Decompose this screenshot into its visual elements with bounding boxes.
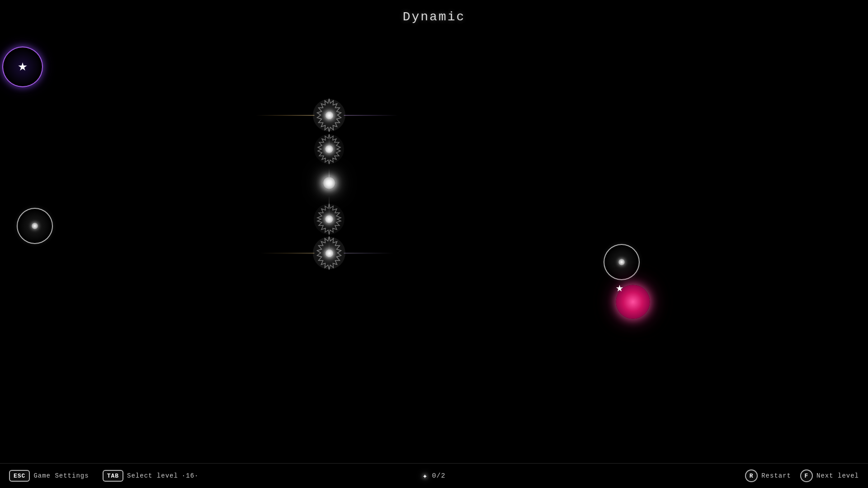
- r-restart[interactable]: R Restart: [745, 469, 791, 482]
- score-display: ✦ 0/2: [423, 471, 446, 481]
- orb-pink[interactable]: [616, 285, 650, 319]
- orb-glow: [325, 249, 333, 257]
- esc-label: Game Settings: [33, 472, 89, 479]
- bottom-right-controls: R Restart F Next level: [745, 469, 859, 482]
- orb-glow: [325, 145, 333, 153]
- center-orb-5[interactable]: [310, 234, 349, 272]
- purple-star-icon: [18, 62, 27, 71]
- r-key-badge[interactable]: R: [745, 469, 758, 482]
- center-orb-3[interactable]: [323, 177, 335, 189]
- esc-game-settings[interactable]: ESC Game Settings: [9, 470, 89, 482]
- game-title: Dynamic: [403, 10, 466, 24]
- orb-dot-icon: [618, 259, 625, 265]
- tab-key-badge[interactable]: TAB: [103, 470, 123, 482]
- bottom-bar: ESC Game Settings TAB Select level ·16· …: [0, 463, 868, 488]
- orb-glow: [325, 111, 333, 119]
- f-key-badge[interactable]: F: [800, 469, 813, 482]
- esc-key-badge[interactable]: ESC: [9, 470, 30, 482]
- lens-flare-left: [260, 253, 315, 253]
- orb-bright-icon: [323, 177, 335, 189]
- score-value: 0/2: [432, 472, 445, 480]
- bottom-left-controls: ESC Game Settings TAB Select level ·16·: [9, 470, 198, 482]
- orb-left-mid[interactable]: [17, 208, 53, 244]
- orb-right-mid[interactable]: [604, 244, 640, 280]
- lens-flare-left: [256, 115, 315, 116]
- next-level-label: Next level: [816, 472, 859, 479]
- pink-star-icon: [616, 285, 623, 292]
- center-orb-1[interactable]: [310, 96, 349, 135]
- score-star-icon: ✦: [423, 471, 428, 481]
- orb-glow: [325, 215, 333, 223]
- level-number: ·16·: [182, 472, 199, 479]
- center-orb-4[interactable]: [311, 201, 348, 238]
- f-next-level[interactable]: F Next level: [800, 469, 859, 482]
- lens-flare-right: [344, 115, 398, 116]
- center-orb-2[interactable]: [311, 131, 347, 167]
- tab-select-level[interactable]: TAB Select level ·16·: [103, 470, 199, 482]
- restart-label: Restart: [761, 472, 791, 479]
- orb-dot-icon: [32, 223, 38, 229]
- tab-label: Select level: [127, 472, 178, 479]
- lens-flare-right: [344, 253, 394, 253]
- orb-purple[interactable]: [2, 47, 43, 87]
